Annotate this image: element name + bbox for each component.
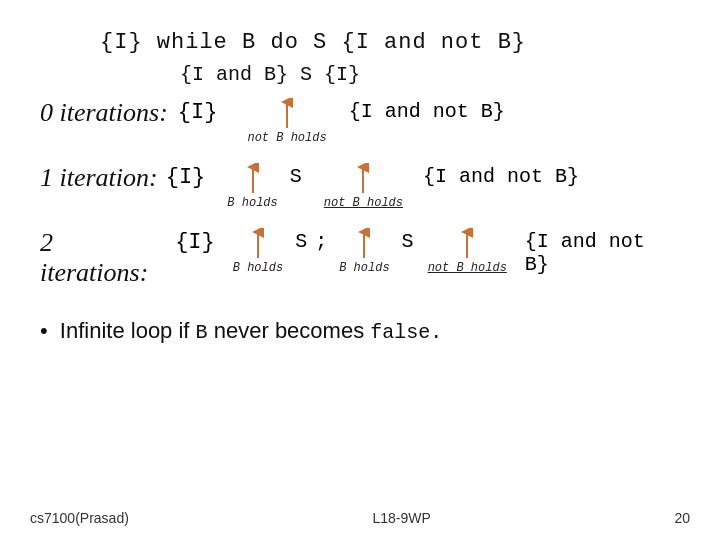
iter-2-semicolon: ; [315, 230, 327, 253]
section-1-iteration: 1 iteration: {I} B holds S [40, 163, 680, 210]
iter-2-arrow3 [458, 228, 476, 260]
bullet-mono2: false. [370, 321, 442, 344]
bullet-icon: • [40, 318, 48, 343]
iter-1-s: S [290, 165, 302, 188]
iter-0-arrow [278, 98, 296, 130]
bullet-text2: never becomes [214, 318, 364, 343]
iter-2-s2: S [402, 230, 414, 253]
hoare-triple: {I and B} S {I} [180, 63, 680, 86]
bullet-section: • Infinite loop if B never becomes false… [40, 318, 680, 344]
iter-2-b-holds1: B holds [233, 261, 283, 275]
section-0-iterations: 0 iterations: {I} not B holds {I and not… [40, 98, 680, 145]
footer-center: L18-9WP [372, 510, 430, 526]
iter-1-not-b-holds: not B holds [324, 196, 403, 210]
footer: cs7100(Prasad) L18-9WP 20 [0, 510, 720, 526]
top-formula: {I} while B do S {I and not B} [100, 30, 680, 55]
iter-0-mono: {I} [178, 100, 218, 125]
iter-2-b-holds2: B holds [339, 261, 389, 275]
section-2-iterations: 2 iterations: {I} B holds S ; [40, 228, 680, 288]
iter-2-result: {I and not B} [525, 230, 680, 276]
iter-1-result: {I and not B} [423, 165, 579, 188]
iter-2-mono: {I} [175, 230, 215, 255]
iter-2-label: 2 iterations: [40, 228, 167, 288]
iter-0-holds-label: not B holds [247, 131, 326, 145]
iter-2-s1: S [295, 230, 307, 253]
iter-1-arrow1 [244, 163, 262, 195]
iter-0-label: 0 iterations: [40, 98, 168, 128]
iter-1-mono: {I} [166, 165, 206, 190]
iter-1-arrow2 [354, 163, 372, 195]
iter-1-label: 1 iteration: [40, 163, 158, 193]
footer-left: cs7100(Prasad) [30, 510, 129, 526]
iter-2-arrow1 [249, 228, 267, 260]
iter-0-result: {I and not B} [349, 100, 505, 123]
iter-1-b-holds: B holds [227, 196, 277, 210]
bullet-text: Infinite loop if [60, 318, 190, 343]
bullet-mono1: B [196, 321, 208, 344]
iter-2-arrow2 [355, 228, 373, 260]
slide: {I} while B do S {I and not B} {I and B}… [0, 0, 720, 540]
iter-2-not-b-holds: not B holds [428, 261, 507, 275]
footer-right: 20 [674, 510, 690, 526]
